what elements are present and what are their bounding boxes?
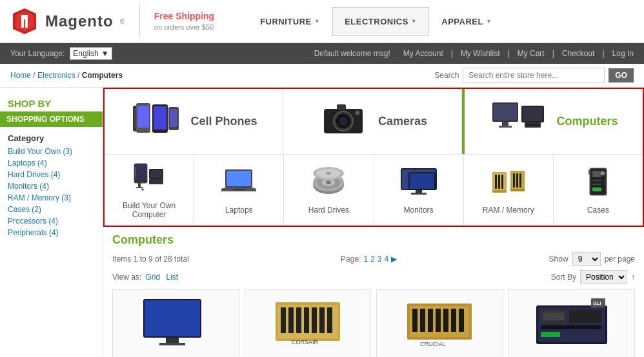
- cases-icon: [583, 167, 613, 202]
- my-wishlist-link[interactable]: My Wishlist: [461, 49, 500, 58]
- viewas: View as: Grid List: [112, 273, 180, 282]
- svg-text:CRUCIAL: CRUCIAL: [420, 341, 446, 347]
- svg-rect-26: [526, 124, 539, 126]
- svg-point-46: [326, 172, 331, 175]
- cat-top-cellphones[interactable]: Cell Phones: [105, 89, 283, 154]
- breadcrumb-home[interactable]: Home: [10, 71, 31, 80]
- svg-rect-102: [569, 310, 601, 323]
- cat-bottom-cases[interactable]: Cases: [554, 155, 643, 226]
- breadcrumb-electronics[interactable]: Electronics: [37, 71, 75, 80]
- product-card-2[interactable]: CORSAIR: [245, 289, 372, 357]
- nav-furniture[interactable]: FURNITURE ▼: [248, 7, 332, 36]
- svg-rect-86: [327, 307, 332, 333]
- lang-dropdown-arrow: ▼: [101, 49, 109, 58]
- page-next-arrow[interactable]: ▶: [391, 255, 397, 264]
- sortby-select[interactable]: Position Name Price: [580, 270, 627, 284]
- products-section: Computers Items 1 to 9 of 28 total Page:…: [103, 227, 644, 357]
- cat-bottom-rammemory[interactable]: RAM / Memory: [464, 155, 554, 226]
- sidebar-item-rammemory[interactable]: RAM / Memory (3): [0, 192, 103, 204]
- logo-reg: ®: [120, 17, 125, 25]
- breadcrumb: Home / Electronics / Computers: [10, 71, 123, 80]
- buildyourown-icon: [133, 162, 165, 197]
- sortby-label: Sort By: [551, 273, 576, 282]
- lang-right: Default welcome msg! My Account | My Wis…: [314, 49, 634, 58]
- svg-rect-75: [145, 300, 200, 336]
- svg-point-15: [339, 117, 348, 126]
- cat-cellphones-label: Cell Phones: [190, 115, 257, 128]
- viewas-label: View as:: [112, 273, 141, 282]
- page-label: Page:: [341, 255, 361, 264]
- sidebar-item-cases[interactable]: Cases (2): [0, 204, 103, 215]
- page-4[interactable]: 4: [385, 255, 389, 264]
- category-nav-top: Cell Phones: [105, 89, 643, 155]
- svg-rect-21: [502, 122, 508, 126]
- sidebar-item-peripherals[interactable]: Peripherals (4): [0, 227, 103, 238]
- perpage-select[interactable]: 9 18 27: [572, 252, 601, 266]
- logo-divider: [139, 5, 140, 37]
- sidebar-item-processors[interactable]: Processors (4): [0, 215, 103, 227]
- products-info-bar: Items 1 to 9 of 28 total Page: 1 2 3 4 ▶…: [112, 252, 635, 266]
- cat-bottom-laptops[interactable]: Laptops: [194, 155, 284, 226]
- view-list-link[interactable]: List: [166, 273, 179, 282]
- sort-direction-arrow[interactable]: ↑: [631, 273, 635, 282]
- cat-bottom-harddrives[interactable]: Hard Drives: [284, 155, 374, 226]
- svg-point-34: [141, 188, 144, 191]
- nav-electronics-label: ELECTRONICS: [345, 17, 408, 26]
- svg-rect-38: [233, 189, 245, 190]
- svg-rect-37: [226, 171, 251, 186]
- nav-electronics[interactable]: ELECTRONICS ▼: [332, 7, 429, 36]
- breadcrumb-bar: Home / Electronics / Computers Search GO: [0, 64, 644, 88]
- product-card-4[interactable]: SLI: [508, 289, 636, 357]
- svg-rect-84: [312, 307, 317, 333]
- lang-label: Your Language:: [10, 49, 65, 58]
- page-2[interactable]: 2: [370, 255, 375, 264]
- svg-point-18: [356, 111, 359, 114]
- cat-buildyourown-label: Build Your Own Computer: [107, 201, 191, 219]
- nav-electronics-arrow: ▼: [411, 18, 417, 24]
- svg-rect-64: [510, 189, 525, 191]
- svg-rect-101: [543, 313, 564, 320]
- svg-rect-9: [154, 106, 166, 130]
- sidebar: SHOP BY SHOPPING OPTIONS Category Build …: [0, 88, 103, 357]
- cat-bottom-buildyourown[interactable]: Build Your Own Computer: [105, 155, 194, 226]
- lang-value: English: [73, 49, 98, 58]
- free-shipping: Free Shipping on orders over $50: [154, 10, 214, 33]
- svg-rect-55: [495, 175, 497, 189]
- svg-rect-71: [592, 184, 601, 185]
- cat-top-computers[interactable]: Computers: [462, 89, 643, 154]
- lang-select[interactable]: English ▼: [70, 47, 112, 60]
- svg-rect-32: [150, 170, 162, 178]
- page-3[interactable]: 3: [377, 255, 382, 264]
- sidebar-item-harddrives[interactable]: Hard Drives (4): [0, 169, 103, 180]
- login-link[interactable]: Log In: [612, 49, 634, 58]
- sidebar-shopby: SHOP BY: [0, 94, 103, 111]
- view-grid-link[interactable]: Grid: [145, 273, 160, 282]
- checkout-link[interactable]: Checkout: [562, 49, 595, 58]
- logo-area: Magento®: [10, 7, 125, 35]
- page-1[interactable]: 1: [363, 255, 368, 264]
- product-card-3[interactable]: CRUCIAL: [376, 289, 503, 357]
- sidebar-item-laptops[interactable]: Laptops (4): [0, 157, 103, 169]
- cat-laptops-label: Laptops: [225, 206, 253, 215]
- cat-bottom-monitors[interactable]: Monitors: [374, 155, 464, 226]
- sidebar-item-monitors[interactable]: Monitors (4): [0, 180, 103, 192]
- show-label: Show: [549, 255, 569, 264]
- breadcrumb-current: Computers: [82, 71, 123, 80]
- svg-rect-57: [501, 175, 503, 189]
- monitors-icon: [399, 167, 438, 202]
- product-image-2: CORSAIR: [269, 296, 347, 354]
- products-title: Computers: [112, 233, 635, 247]
- search-input[interactable]: [463, 68, 605, 83]
- nav-apparel[interactable]: APPAREL ▼: [429, 7, 504, 36]
- svg-rect-16: [337, 104, 346, 110]
- my-cart-link[interactable]: My Cart: [518, 49, 545, 58]
- sidebar-item-buildyourown[interactable]: Build Your Own (3): [0, 146, 103, 157]
- svg-rect-7: [137, 106, 149, 128]
- cameras-icon: [317, 99, 369, 144]
- product-card-1[interactable]: [112, 289, 239, 357]
- svg-rect-29: [138, 183, 141, 187]
- my-account-link[interactable]: My Account: [403, 49, 443, 58]
- search-button[interactable]: GO: [609, 68, 634, 82]
- pagination: Page: 1 2 3 4 ▶: [341, 255, 397, 264]
- cat-top-cameras[interactable]: Cameras: [283, 89, 462, 154]
